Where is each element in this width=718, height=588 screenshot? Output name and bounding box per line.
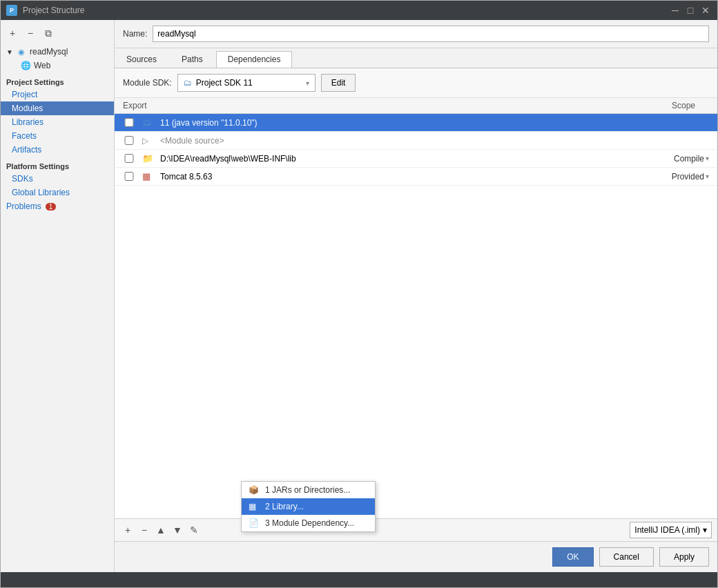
dep-scope-text-3: Provided xyxy=(672,172,704,182)
dep-checkbox-3[interactable] xyxy=(123,172,135,181)
remove-module-button[interactable]: − xyxy=(23,26,38,41)
sdk-value: Project SDK 11 xyxy=(196,78,253,88)
dep-row-1[interactable]: ▷ <Module source> xyxy=(115,132,717,150)
module-icon: ◉ xyxy=(16,46,27,57)
dep-scope-3: Provided ▾ xyxy=(647,172,709,182)
iml-dropdown-arrow: ▾ xyxy=(703,525,707,535)
right-panel: Name: Sources Paths Dependencies Module … xyxy=(115,20,717,572)
dep-name-3: Tomcat 8.5.63 xyxy=(160,172,647,182)
sdk-dropdown[interactable]: 🗂 Project SDK 11 ▾ xyxy=(177,74,316,92)
tree-root-item[interactable]: ▼ ◉ readMysql xyxy=(1,45,114,59)
sidebar-item-problems[interactable]: Problems 1 xyxy=(1,199,114,213)
sdk-edit-button[interactable]: Edit xyxy=(321,74,356,92)
problems-badge: 1 xyxy=(46,203,57,210)
add-module-button[interactable]: + xyxy=(5,26,20,41)
sidebar-item-artifacts[interactable]: Artifacts xyxy=(1,143,114,157)
dep-checkbox-0[interactable] xyxy=(123,118,135,127)
tabs-row: Sources Paths Dependencies xyxy=(115,48,717,68)
dep-scope-arrow-2: ▾ xyxy=(706,155,709,162)
name-label: Name: xyxy=(123,29,147,39)
jar-icon: 📦 xyxy=(249,485,260,495)
title-bar: P Project Structure ─ □ ✕ xyxy=(1,1,717,20)
cancel-button[interactable]: Cancel xyxy=(599,547,654,567)
dropdown-item-module-dep[interactable]: 📄 3 Module Dependency... xyxy=(242,515,375,531)
apply-button[interactable]: Apply xyxy=(659,547,709,567)
tree-child-item[interactable]: 🌐 Web xyxy=(1,59,114,72)
sdk-folder-icon: 🗂 xyxy=(184,78,192,88)
module-source-icon-1: ▷ xyxy=(142,136,156,146)
dep-checkbox-1[interactable] xyxy=(123,136,135,145)
sidebar-item-modules[interactable]: Modules xyxy=(1,101,114,115)
move-down-button[interactable]: ▼ xyxy=(170,522,185,538)
copy-module-button[interactable]: ⧉ xyxy=(41,26,56,41)
edit-dependency-button[interactable]: ✎ xyxy=(186,522,202,538)
move-up-button[interactable]: ▲ xyxy=(153,522,168,538)
platform-settings-header: Platform Settings xyxy=(1,157,114,172)
add-dependency-button[interactable]: + xyxy=(120,522,135,538)
folder-icon-2: 📁 xyxy=(142,153,156,164)
sidebar-item-facets[interactable]: Facets xyxy=(1,129,114,143)
tab-dependencies[interactable]: Dependencies xyxy=(216,51,293,68)
sidebar: + − ⧉ ▼ ◉ readMysql 🌐 Web Project Settin… xyxy=(1,20,115,572)
app-icon: P xyxy=(6,5,17,16)
dep-scope-2: Compile ▾ xyxy=(647,154,709,164)
iml-dropdown-value: IntelliJ IDEA (.iml) xyxy=(634,525,700,535)
tree-expand-arrow: ▼ xyxy=(6,48,13,56)
close-button[interactable]: ✕ xyxy=(699,4,712,17)
remove-dependency-button[interactable]: − xyxy=(137,522,152,538)
tab-paths[interactable]: Paths xyxy=(170,51,215,68)
tomcat-icon-3: ▦ xyxy=(142,171,156,182)
add-dependency-dropdown: 📦 1 JARs or Directories... ▦ 2 Library..… xyxy=(241,481,376,532)
status-bar xyxy=(1,572,717,587)
sidebar-item-libraries[interactable]: Libraries xyxy=(1,115,114,129)
dep-table-header: Export Scope xyxy=(115,98,717,114)
ok-button[interactable]: OK xyxy=(552,547,593,567)
title-bar-controls: ─ □ ✕ xyxy=(669,4,712,17)
dep-row-2[interactable]: 📁 D:\IDEA\readMysql\web\WEB-INF\lib Comp… xyxy=(115,150,717,168)
dep-scope-text-2: Compile xyxy=(674,154,704,164)
dep-col-scope: Scope xyxy=(640,101,709,110)
dialog-buttons: OK Cancel Apply xyxy=(115,541,717,572)
sidebar-item-project[interactable]: Project xyxy=(1,88,114,101)
tab-sources[interactable]: Sources xyxy=(115,51,168,68)
sdk-dropdown-arrow: ▾ xyxy=(306,79,309,87)
module-name-input[interactable] xyxy=(153,26,709,42)
dropdown-item-jars[interactable]: 📦 1 JARs or Directories... xyxy=(242,482,375,498)
iml-format-dropdown[interactable]: IntelliJ IDEA (.iml) ▾ xyxy=(630,522,712,538)
dep-row-3[interactable]: ▦ Tomcat 8.5.63 Provided ▾ xyxy=(115,168,717,186)
dropdown-item-library[interactable]: ▦ 2 Library... xyxy=(242,498,375,515)
maximize-button[interactable]: □ xyxy=(684,4,697,17)
module-dep-icon: 📄 xyxy=(249,518,260,528)
sdk-row: Module SDK: 🗂 Project SDK 11 ▾ Edit xyxy=(115,68,717,98)
bottom-toolbar: + − ▲ ▼ ✎ IntelliJ IDEA (.iml) ▾ xyxy=(115,518,717,541)
dep-name-1: <Module source> xyxy=(160,136,647,146)
dep-checkbox-2[interactable] xyxy=(123,154,135,163)
project-settings-header: Project Settings xyxy=(1,72,114,88)
dropdown-item-module-dep-label: 3 Module Dependency... xyxy=(265,518,354,528)
sdk-icon-0: 🗂 xyxy=(142,117,156,128)
dep-col-export: Export xyxy=(123,101,157,110)
sidebar-item-global-libraries[interactable]: Global Libraries xyxy=(1,186,114,199)
problems-label: Problems xyxy=(6,202,41,211)
project-structure-window: P Project Structure ─ □ ✕ + − ⧉ ▼ ◉ read… xyxy=(0,0,718,588)
window-title: Project Structure xyxy=(23,6,84,15)
dep-scope-arrow-3: ▾ xyxy=(706,173,709,180)
dep-name-0: 11 (java version "11.0.10") xyxy=(160,118,647,128)
name-bar: Name: xyxy=(115,20,717,48)
dropdown-item-jars-label: 1 JARs or Directories... xyxy=(265,485,350,495)
title-bar-left: P Project Structure xyxy=(6,5,84,16)
tree-child-label: Web xyxy=(34,61,50,70)
sidebar-item-sdks[interactable]: SDKs xyxy=(1,172,114,186)
minimize-button[interactable]: ─ xyxy=(669,4,681,17)
library-icon: ▦ xyxy=(249,502,260,511)
dropdown-item-library-label: 2 Library... xyxy=(265,502,304,511)
sidebar-toolbar: + − ⧉ xyxy=(1,24,114,45)
dependency-table: Export Scope 🗂 11 (java version "11.0.10… xyxy=(115,98,717,518)
tree-root-label: readMysql xyxy=(30,47,68,57)
dep-row-0[interactable]: 🗂 11 (java version "11.0.10") xyxy=(115,114,717,132)
sdk-label: Module SDK: xyxy=(123,78,172,88)
web-icon: 🌐 xyxy=(20,60,31,71)
dep-name-2: D:\IDEA\readMysql\web\WEB-INF\lib xyxy=(160,154,647,164)
